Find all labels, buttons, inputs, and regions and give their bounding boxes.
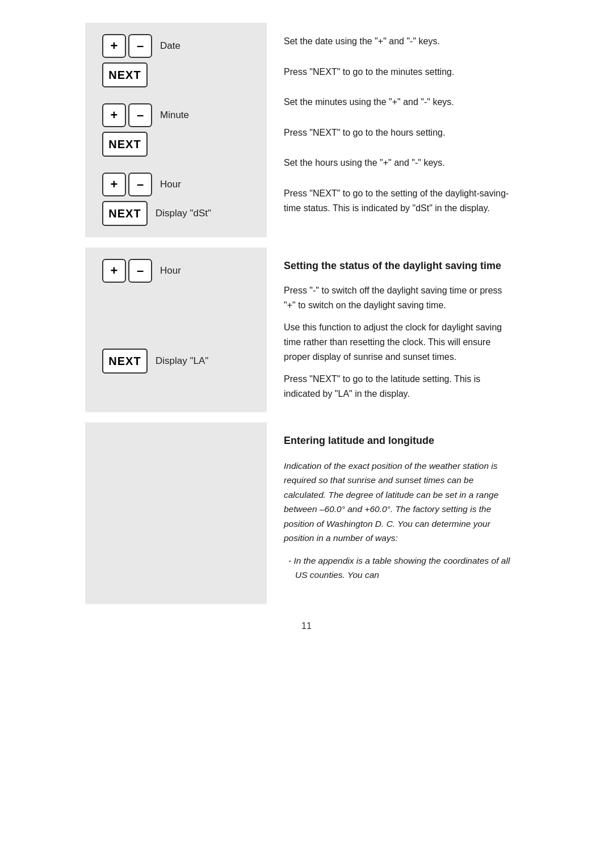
left-panel-2: + – Hour NEXT Display "LA": [85, 248, 267, 412]
dst-para-2: Use this function to adjust the clock fo…: [284, 320, 511, 364]
minute-label: Minute: [160, 110, 189, 121]
lat-lon-left-empty: [85, 422, 267, 604]
minute-desc: Set the minutes using the "+" and "-" ke…: [284, 95, 511, 110]
hour-plus-minus: + –: [102, 173, 152, 196]
top-two-col: + – Date NEXT + – Minute: [85, 23, 528, 237]
page: + – Date NEXT + – Minute: [85, 23, 528, 631]
hour-buttons-row: + – Hour: [102, 173, 250, 196]
minute-group: + – Minute NEXT: [102, 103, 250, 157]
hour-desc: Set the hours using the "+" and "-" keys…: [284, 156, 511, 170]
next-minute-button[interactable]: NEXT: [102, 132, 148, 157]
minus-date-button[interactable]: –: [128, 34, 152, 58]
minus-hour-button[interactable]: –: [128, 173, 152, 196]
next-dst-button[interactable]: NEXT: [102, 349, 148, 374]
minus-dst-button[interactable]: –: [128, 259, 152, 283]
plus-hour-button[interactable]: +: [102, 173, 126, 196]
lat-lon-bullet-text: In the appendix is a table showing the c…: [293, 556, 510, 580]
lat-lon-text-block: Entering latitude and longitude Indicati…: [284, 434, 511, 582]
dst-hour-buttons-row: + – Hour: [102, 259, 250, 283]
next-to-minutes-desc: Press "NEXT" to go to the minutes settin…: [284, 65, 511, 79]
date-label: Date: [160, 40, 180, 52]
dst-two-col: + – Hour NEXT Display "LA" Setting the s…: [85, 248, 528, 412]
dst-display-label: Display "dSt": [156, 208, 211, 219]
dst-spacer: [102, 299, 250, 333]
minus-minute-button[interactable]: –: [128, 103, 152, 127]
minute-buttons-row: + – Minute: [102, 103, 250, 127]
dst-next-la-desc: Press "NEXT" to go to the latitude setti…: [284, 372, 511, 401]
dst-heading: Setting the status of the daylight savin…: [284, 259, 511, 273]
lat-lon-right: Entering latitude and longitude Indicati…: [267, 422, 528, 604]
next-to-hours-desc: Press "NEXT" to go to the hours setting.: [284, 125, 511, 140]
minute-plus-minus: + –: [102, 103, 152, 127]
dst-hour-label: Hour: [160, 265, 181, 276]
left-panel-1: + – Date NEXT + – Minute: [85, 23, 267, 237]
date-desc: Set the date using the "+" and "-" keys.: [284, 34, 511, 49]
next-hour-button[interactable]: NEXT: [102, 201, 148, 226]
la-display-label: Display "LA": [156, 355, 208, 367]
dst-plus-minus: + –: [102, 259, 152, 283]
lat-lon-section: Entering latitude and longitude Indicati…: [85, 422, 528, 604]
lat-lon-bullet: - In the appendix is a table showing the…: [284, 553, 511, 582]
date-group: + – Date NEXT: [102, 34, 250, 87]
date-buttons-row: + – Date: [102, 34, 250, 58]
lat-lon-heading: Entering latitude and longitude: [284, 434, 511, 448]
plus-date-button[interactable]: +: [102, 34, 126, 58]
plus-minute-button[interactable]: +: [102, 103, 126, 127]
hour-group: + – Hour NEXT Display "dSt": [102, 173, 250, 226]
minute-next-row: NEXT: [102, 132, 250, 157]
hour-next-row: NEXT Display "dSt": [102, 201, 250, 226]
dst-text-block: Setting the status of the daylight savin…: [284, 259, 511, 401]
page-number: 11: [85, 621, 528, 631]
hour-label: Hour: [160, 179, 181, 190]
next-date-button[interactable]: NEXT: [102, 62, 148, 87]
date-plus-minus: + –: [102, 34, 152, 58]
right-panel-2: Setting the status of the daylight savin…: [267, 248, 528, 412]
dst-hour-group: + – Hour: [102, 259, 250, 283]
lat-lon-para: Indication of the exact position of the …: [284, 459, 511, 546]
plus-dst-button[interactable]: +: [102, 259, 126, 283]
next-to-dst-desc: Press "NEXT" to go to the setting of the…: [284, 186, 511, 215]
right-panel-1: Set the date using the "+" and "-" keys.…: [267, 23, 528, 237]
dst-next-row: NEXT Display "LA": [102, 349, 250, 374]
dst-para-1: Press "-" to switch off the daylight sav…: [284, 283, 511, 312]
date-next-row: NEXT: [102, 62, 250, 87]
